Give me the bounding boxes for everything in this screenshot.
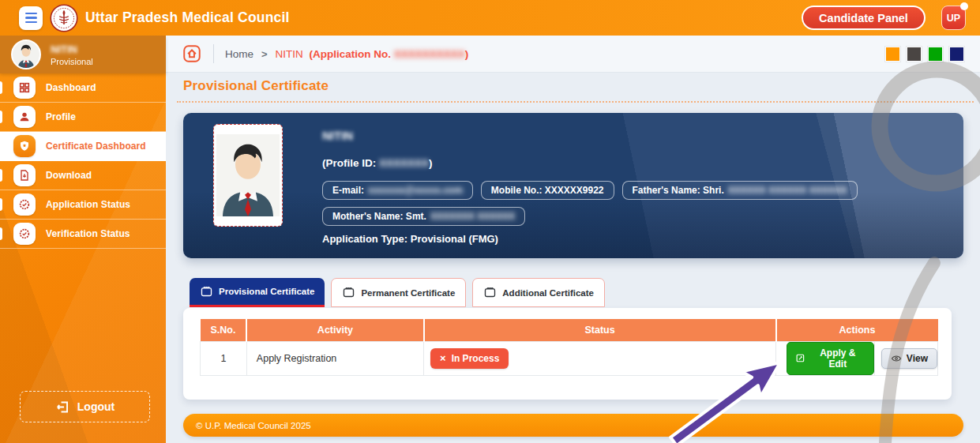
cell-action-apply: Apply & Edit <box>776 341 875 375</box>
profile-id-close-paren: ) <box>429 157 433 169</box>
sidebar-item-label: Certificate Dashboard <box>46 141 146 152</box>
sidebar-item-label: Verification Status <box>46 228 130 239</box>
father-name-label: Father's Name: Shri. <box>633 185 724 196</box>
theme-swatch-orange[interactable] <box>885 47 900 62</box>
sidebar-item-label: Profile <box>46 111 76 122</box>
col-header-actions: Actions <box>776 319 938 341</box>
document-download-icon <box>13 164 36 186</box>
hamburger-menu-icon[interactable] <box>19 6 43 30</box>
mother-name-label: Mother's Name: Smt. <box>332 211 426 222</box>
tab-additional-certificate[interactable]: Additional Certificate <box>472 278 605 307</box>
user-avatar <box>11 39 41 69</box>
user-initials-label: UP <box>947 13 960 24</box>
mother-name-masked: XXXXXXX XXXXXX <box>430 211 515 222</box>
status-badge: × In Process <box>430 348 509 369</box>
candidate-profile-card: NITIN (Profile ID: XXXXXXX) E-mail: xxxx… <box>183 113 963 258</box>
sidebar-item-dashboard[interactable]: Dashboard <box>0 73 166 103</box>
sidebar-item-verification-status[interactable]: Verification Status <box>0 220 166 249</box>
sidebar-menu: Dashboard Profile Certificate Dashboard … <box>0 73 166 249</box>
sidebar-item-label: Application Status <box>46 199 130 210</box>
cell-sno: 1 <box>201 341 247 375</box>
user-initials-badge[interactable]: UP <box>941 6 966 30</box>
certificate-icon <box>342 286 355 299</box>
tab-label: Provisional Certificate <box>219 287 314 296</box>
breadcrumb-application-label: (Application No. <box>309 48 391 60</box>
x-icon: × <box>440 353 446 363</box>
candidate-panel-button[interactable]: Candidate Panel <box>802 6 926 30</box>
logout-icon <box>55 400 70 415</box>
theme-swatch-navy[interactable] <box>949 47 964 62</box>
eye-icon <box>891 353 902 364</box>
breadcrumb-application-number-masked: XXXXXXXXXX <box>394 48 465 60</box>
profile-id-value-masked: XXXXXXX <box>379 157 429 169</box>
copyright-text: © U.P. Medical Council 2025 <box>196 421 311 430</box>
email-label: E-mail: <box>332 185 364 196</box>
apply-edit-label: Apply & Edit <box>810 347 865 370</box>
chevron-right-icon: > <box>261 48 268 60</box>
mobile-pill: Mobile No.: XXXXXX9922 <box>481 181 614 200</box>
breadcrumb-divider <box>213 44 214 63</box>
sidebar-user-role: Provisional <box>51 57 93 66</box>
apply-edit-button[interactable]: Apply & Edit <box>787 342 874 375</box>
application-type: Application Type: Provisional (FMG) <box>322 233 498 245</box>
mobile-value: Mobile No.: XXXXXX9922 <box>491 185 604 196</box>
logout-label: Logout <box>77 400 115 413</box>
profile-id-line: (Profile ID: XXXXXXX) <box>322 157 433 169</box>
cell-activity: Apply Registration <box>246 341 423 375</box>
sidebar-item-label: Download <box>46 170 92 181</box>
mother-name-pill: Mother's Name: Smt. XXXXXXX XXXXXX <box>322 207 525 226</box>
tab-permanent-certificate[interactable]: Permanent Certificate <box>331 278 466 307</box>
email-pill: E-mail: xxxxxxx@xxxxx.com <box>322 181 473 200</box>
email-value-masked: xxxxxxx@xxxxx.com <box>368 185 463 196</box>
col-header-activity: Activity <box>246 319 423 341</box>
breadcrumb-current: NITIN (Application No. XXXXXXXXXX) <box>276 48 469 60</box>
app-title: Uttar Pradesh Medical Council <box>85 9 290 26</box>
certificate-icon <box>200 285 213 298</box>
sidebar-item-certificate-dashboard[interactable]: Certificate Dashboard <box>0 132 166 161</box>
view-button[interactable]: View <box>881 348 937 369</box>
activity-table-card: S.No. Activity Status Actions 1 Apply Re… <box>183 308 952 400</box>
top-header-bar: Uttar Pradesh Medical Council Candidate … <box>0 0 980 36</box>
status-label: In Process <box>452 353 500 364</box>
sidebar-item-profile[interactable]: Profile <box>0 103 166 132</box>
table-row: 1 Apply Registration × In Process Apply … <box>201 341 938 375</box>
sidebar: NITIN Provisional Dashboard Profile Cert… <box>0 36 166 443</box>
view-label: View <box>907 353 928 364</box>
edit-icon <box>795 353 805 363</box>
rosette-check-icon <box>13 193 36 216</box>
certificate-tabs: Provisional Certificate Permanent Certif… <box>190 278 605 307</box>
cell-action-view: View <box>874 341 937 375</box>
breadcrumb-close-paren: ) <box>465 48 469 60</box>
person-icon <box>13 106 36 128</box>
sidebar-item-download[interactable]: Download <box>0 161 166 190</box>
profile-id-label: (Profile ID: <box>322 157 376 169</box>
dashboard-grid-icon <box>13 77 36 99</box>
theme-color-palette <box>885 47 964 62</box>
sidebar-user-block: NITIN Provisional <box>0 36 166 73</box>
sidebar-item-application-status[interactable]: Application Status <box>0 190 166 220</box>
page-title: Provisional Certificate <box>183 78 329 94</box>
activity-table: S.No. Activity Status Actions 1 Apply Re… <box>200 319 938 376</box>
footer-bar: © U.P. Medical Council 2025 <box>183 414 963 437</box>
main-content: Home > NITIN (Application No. XXXXXXXXXX… <box>166 36 980 443</box>
home-icon[interactable] <box>182 43 202 64</box>
tab-provisional-certificate[interactable]: Provisional Certificate <box>190 278 325 307</box>
breadcrumb-candidate-name: NITIN <box>276 48 303 60</box>
title-divider <box>177 101 974 103</box>
candidate-photo <box>213 124 283 227</box>
father-name-pill: Father's Name: Shri. XXXXXX XXXXXX XXXXX… <box>622 181 858 200</box>
logout-button[interactable]: Logout <box>20 391 150 422</box>
table-header-row: S.No. Activity Status Actions <box>201 319 938 341</box>
breadcrumb-bar: Home > NITIN (Application No. XXXXXXXXXX… <box>166 36 980 73</box>
col-header-status: Status <box>424 319 776 341</box>
tab-label: Additional Certificate <box>502 288 594 298</box>
notification-dot <box>960 2 968 10</box>
tab-label: Permanent Certificate <box>361 288 455 298</box>
breadcrumb-home-link[interactable]: Home <box>225 48 253 60</box>
certificate-icon <box>483 286 497 299</box>
theme-swatch-green[interactable] <box>928 47 943 62</box>
theme-swatch-gray[interactable] <box>907 47 922 62</box>
medical-council-logo <box>50 4 78 32</box>
col-header-sno: S.No. <box>201 319 247 341</box>
rosette-check-icon <box>13 223 36 245</box>
